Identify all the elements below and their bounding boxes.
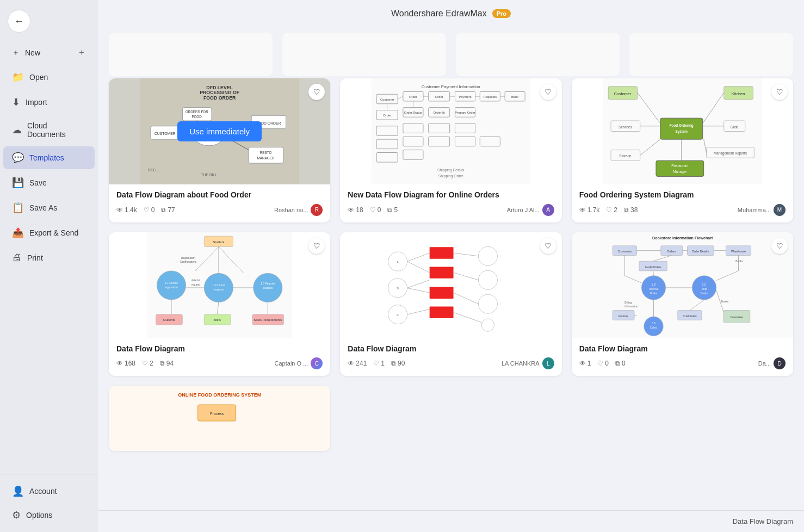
svg-rect-14 — [249, 147, 283, 163]
svg-text:RESTO: RESTO — [260, 151, 272, 154]
pro-badge: Pro — [492, 9, 511, 18]
svg-text:Billing: Billing — [624, 301, 632, 304]
sidebar-templates-label: Templates — [29, 153, 64, 162]
copies-icon-1: ⧉ — [161, 206, 166, 214]
partial-card-4[interactable] — [629, 33, 793, 76]
heart-button-2[interactable]: ♡ — [540, 84, 556, 100]
heart-button-4[interactable]: ♡ — [308, 238, 325, 254]
svg-text:Glide: Glide — [730, 125, 738, 129]
svg-rect-128 — [430, 306, 454, 318]
svg-text:B: B — [397, 287, 399, 290]
cards-grid: DFD LEVEL PROCESSING OF FOOD ORDER CUSTO… — [109, 78, 793, 451]
new-icon: ＋ — [12, 48, 20, 58]
svg-text:requests: requests — [214, 288, 224, 291]
svg-text:Order Status: Order Status — [404, 111, 422, 114]
svg-text:Bookstore Information Flowchar: Bookstore Information Flowchart — [652, 236, 713, 240]
card-dfd-flow2[interactable]: A B C ♡ Data Flow Diagram 👁241 ♡1 ⧉90 LA… — [340, 232, 561, 376]
sidebar-item-options[interactable]: ⚙ Options — [3, 504, 95, 527]
saveas-icon: 📋 — [12, 202, 24, 214]
svg-text:Customise: Customise — [730, 316, 743, 318]
heart-button-5[interactable]: ♡ — [540, 238, 556, 254]
print-icon: 🖨 — [12, 252, 22, 263]
svg-text:Tests: Tests — [214, 318, 221, 321]
svg-text:Orders: Orders — [667, 250, 676, 253]
svg-text:Ship: Ship — [701, 288, 707, 290]
svg-text:Collect: Collect — [650, 326, 657, 329]
sidebar-item-new[interactable]: ＋ New ＋ — [3, 41, 95, 64]
likes-icon-1: ♡ — [144, 206, 150, 214]
svg-text:Customers: Customers — [617, 250, 632, 253]
copies-stat-1: ⧉ 77 — [161, 206, 175, 214]
svg-text:Order Details: Order Details — [692, 250, 709, 253]
card-meta-3: 👁1.7k ♡2 ⧉38 Muhamma... M — [579, 204, 786, 216]
svg-rect-127 — [430, 287, 454, 298]
card-image-4: Student Registration Confirmations 1.1 C… — [109, 232, 330, 338]
svg-text:Confirmations: Confirmations — [180, 260, 197, 263]
sidebar-item-open[interactable]: 📁 Open — [3, 66, 95, 89]
svg-text:1.3 Course: 1.3 Course — [212, 284, 225, 287]
svg-text:Storage: Storage — [619, 154, 632, 158]
card-author-1: Roshan rai... R — [274, 204, 323, 216]
svg-rect-11 — [182, 108, 212, 121]
svg-text:Order: Order — [409, 95, 417, 98]
svg-text:Invalid Orders: Invalid Orders — [645, 265, 661, 268]
svg-text:Prepare Order: Prepare Order — [455, 111, 475, 114]
partial-card-1[interactable] — [109, 33, 273, 76]
svg-text:CUSTOMER: CUSTOMER — [154, 132, 176, 135]
sidebar-item-templates[interactable]: 💬 Templates — [3, 146, 95, 169]
card-title-6: Data Flow Diagram — [579, 344, 786, 355]
svg-text:A: A — [397, 260, 399, 263]
sidebar-account-label: Account — [29, 487, 57, 496]
svg-rect-81 — [656, 160, 704, 176]
card-meta-2: 👁18 ♡0 ⧉5 Arturo J Al... A — [348, 204, 554, 216]
svg-text:Services: Services — [619, 125, 632, 129]
card-title-3: Food Ordering System Diagram — [579, 190, 786, 201]
top-partial-row — [109, 33, 793, 76]
svg-point-99 — [204, 273, 233, 302]
use-immediately-button[interactable]: Use immediately — [177, 121, 262, 141]
svg-text:Books: Books — [721, 300, 728, 302]
svg-text:Information: Information — [624, 305, 638, 308]
card-bookstore[interactable]: Bookstore Information Flowchart Customer… — [572, 232, 793, 376]
sidebar-new-label: New — [25, 48, 40, 57]
new-plus-icon: ＋ — [77, 47, 86, 58]
card-dfd-food-order[interactable]: DFD LEVEL PROCESSING OF FOOD ORDER CUSTO… — [109, 78, 330, 222]
svg-text:FOOD ORDER: FOOD ORDER — [203, 95, 236, 101]
svg-rect-126 — [430, 267, 454, 278]
sidebar-item-export[interactable]: 📤 Export & Send — [3, 221, 95, 244]
save-icon: 💾 — [12, 177, 24, 189]
card-image-5: A B C ♡ — [340, 232, 561, 338]
partial-card-2[interactable] — [282, 33, 446, 76]
export-icon: 📤 — [12, 227, 24, 239]
card-image-2: Customer Payment Information Customer Or… — [340, 78, 561, 184]
header: Wondershare EdrawMax Pro — [98, 0, 804, 27]
card-dfd-student[interactable]: Student Registration Confirmations 1.1 C… — [109, 232, 330, 376]
sidebar-item-import[interactable]: ⬇ Import — [3, 91, 95, 114]
card-title-1: Data Flow Diagram about Food Order — [116, 190, 323, 201]
sidebar-item-print[interactable]: 🖨 Print — [3, 246, 95, 269]
svg-text:REC...: REC... — [148, 168, 159, 172]
content-area: DFD LEVEL PROCESSING OF FOOD ORDER CUSTO… — [98, 27, 804, 510]
card-dfd-online[interactable]: Customer Payment Information Customer Or… — [340, 78, 561, 222]
heart-button-6[interactable]: ♡ — [771, 238, 788, 254]
footer-label: Data Flow Diagram — [733, 517, 793, 525]
svg-text:Students: Students — [163, 318, 175, 321]
svg-rect-70 — [660, 118, 702, 139]
svg-text:ORDERS FOR: ORDERS FOR — [185, 110, 209, 114]
svg-text:data list: data list — [191, 279, 200, 282]
author-avatar-5: L — [542, 357, 554, 369]
sidebar-item-cloud[interactable]: ☁ Cloud Documents — [3, 116, 95, 144]
sidebar-item-saveas[interactable]: 📋 Save As — [3, 196, 95, 219]
svg-text:Student: Student — [213, 240, 225, 244]
svg-text:Food Ordering: Food Ordering — [669, 123, 693, 128]
back-button[interactable]: ← — [8, 10, 30, 33]
card-online-food[interactable]: ONLINE FOOD ORDERING SYSTEM Process — [109, 386, 330, 451]
card-food-system[interactable]: Customer Kitchen Food Ordering System Se… — [572, 78, 793, 222]
svg-point-96 — [157, 271, 185, 300]
sidebar-item-account[interactable]: 👤 Account — [3, 480, 95, 503]
svg-text:request: request — [191, 283, 200, 286]
svg-text:Management Reports: Management Reports — [714, 151, 747, 156]
sidebar-item-save[interactable]: 💾 Save — [3, 171, 95, 194]
partial-card-3[interactable] — [456, 33, 620, 76]
heart-button-3[interactable]: ♡ — [771, 84, 788, 100]
